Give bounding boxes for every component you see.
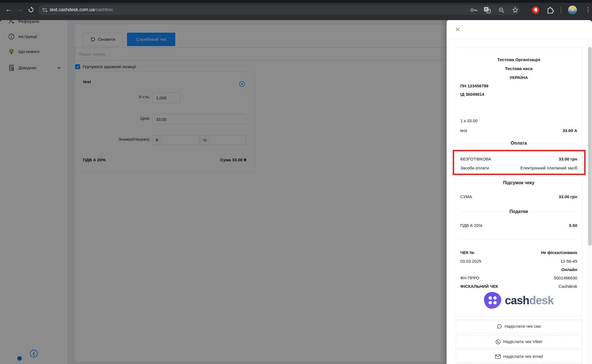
adblock-icon[interactable] (532, 6, 540, 15)
sum-value: 33.00 грн (559, 194, 577, 199)
payment-section-header: Оплата (460, 141, 577, 146)
fiscal-check-label: ФІСКАЛЬНИЙ ЧЕК (460, 284, 498, 289)
taxes-section-header: Податки (460, 209, 577, 214)
page-content: Реферали Інструкції Що нового (0, 20, 592, 364)
back-icon[interactable]: ← (5, 6, 12, 13)
cashdesk-logo-icon (484, 292, 501, 309)
site-settings-icon[interactable] (42, 8, 48, 13)
receipt-tax-number: ПН 123456789 (460, 83, 488, 88)
profile-avatar[interactable] (568, 5, 577, 15)
receipt-drawer: ✕ Тестова Організація Тестова каса УКРАЇ… (447, 20, 592, 364)
receipt-cashbox-name: Тестова каса (460, 66, 577, 71)
browser-toolbar: ← → test.cashdesk.com.ua/cashbox G (0, 0, 592, 20)
sms-icon (497, 324, 502, 329)
url-bar[interactable]: test.cashdesk.com.ua/cashbox G (38, 5, 520, 15)
viber-icon (495, 339, 501, 344)
receipt-preview: Тестова Організація Тестова каса УКРАЇНА… (455, 47, 582, 316)
summary-section-header: Підсумок чеку (460, 180, 577, 185)
receipt-org-id: ІД 36049014 (460, 92, 484, 97)
close-icon[interactable]: ✕ (455, 26, 461, 33)
send-sms-button[interactable]: Надіслати чек смс (456, 320, 583, 333)
receipt-item-sum: 33.00 А (562, 128, 577, 133)
receipt-qty-line: 1 x 33.00 (460, 118, 478, 123)
receipt-country: УКРАЇНА (460, 75, 577, 80)
send-email-label: Надіслати чек email (503, 354, 543, 359)
url-host: test.cashdesk.com.ua (50, 7, 95, 12)
logo-text-cash: cash (505, 294, 529, 306)
reload-icon[interactable] (27, 6, 35, 15)
receipt-time: 12-56-45 (560, 259, 577, 264)
fn-value: 5001466630 (554, 276, 577, 280)
cashdesk-logo: cashdesk (455, 291, 582, 310)
send-email-button[interactable]: Надіслати чек email (456, 350, 583, 363)
toolbar-separator (561, 6, 561, 14)
receipt-online: Онлайн (561, 267, 577, 272)
zoom-out-icon[interactable] (498, 7, 505, 14)
translate-icon[interactable]: G (484, 7, 491, 13)
send-viber-button[interactable]: Надіслати чек Viber (456, 335, 583, 348)
sum-label: СУМА (460, 194, 472, 199)
logo-text-desk: desk (529, 294, 553, 306)
window-top-strip (0, 0, 592, 3)
receipt-divider (460, 239, 577, 239)
email-icon (495, 354, 501, 359)
fn-label: ФН ПРРО (460, 276, 480, 280)
payment-highlight-box (453, 150, 586, 175)
provider-name: Cashdesk (559, 284, 577, 289)
url-text[interactable]: test.cashdesk.com.ua/cashbox (50, 7, 113, 12)
password-key-icon[interactable] (470, 7, 478, 13)
receipt-org-name: Тестова Організація (460, 57, 577, 62)
drawer-scrollbar[interactable] (587, 39, 592, 364)
send-sms-label: Надіслати чек смс (505, 324, 541, 329)
receipt-date: 03.03.2025 (460, 259, 481, 264)
scrollbar-thumb[interactable] (588, 47, 592, 246)
fiscal-status: Не фіскалізовано (541, 250, 577, 255)
vat-label: ПДВ А 20% (460, 223, 482, 228)
url-path: /cashbox (95, 7, 113, 12)
forward-icon[interactable]: → (16, 6, 23, 13)
drawer-header-divider (447, 39, 592, 39)
vat-value: 5.50 (569, 223, 577, 228)
bookmark-star-icon[interactable] (512, 7, 519, 13)
send-viber-label: Надіслати чек Viber (503, 339, 543, 344)
check-no-label: ЧЕК № (460, 250, 474, 255)
extensions-puzzle-icon[interactable] (546, 6, 554, 15)
receipt-item-name: test (460, 128, 467, 133)
browser-menu-icon[interactable]: ⋮ (585, 6, 591, 13)
